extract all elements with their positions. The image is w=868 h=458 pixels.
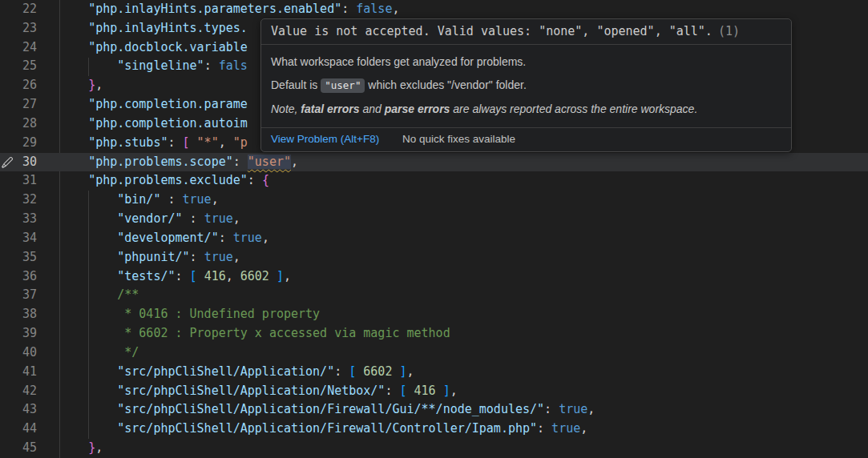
line-number: 23 [0, 19, 37, 38]
problem-count: (1) [718, 24, 740, 38]
code-line-40[interactable]: 40 */ [0, 344, 868, 363]
code-text: "php.inlayHints.types. [59, 19, 248, 38]
code-text: "bin/" : true, [59, 191, 219, 210]
code-line-36[interactable]: 36 "tests/": [ 416, 6602 ], [0, 267, 868, 287]
line-number: 36 [0, 267, 37, 287]
line-number: 40 [0, 344, 37, 363]
problem-message-text: Value is not accepted. Valid values: "no… [271, 24, 713, 38]
code-text: }, [59, 76, 103, 95]
hover-paragraph-2: Default is "user" which excludes "/vendo… [271, 78, 781, 93]
code-line-38[interactable]: 38 * 0416 : Undefined property [0, 305, 868, 324]
line-number: 22 [0, 0, 37, 19]
code-line-22[interactable]: 22 "php.inlayHints.parameters.enabled": … [0, 0, 868, 19]
code-text: */ [59, 344, 139, 363]
code-text: "vendor/" : true, [59, 210, 240, 229]
code-text: /** [59, 286, 139, 305]
line-number: 43 [0, 400, 37, 420]
code-text: "tests/": [ 416, 6602 ], [59, 267, 291, 287]
code-text: "src/phpCliShell/Application/Firewall/Gu… [59, 400, 595, 420]
code-text: "php.completion.autoim [59, 114, 248, 134]
line-number: 39 [0, 324, 37, 344]
line-number: 44 [0, 420, 37, 439]
line-number: 29 [0, 134, 37, 153]
code-text: "phpunit/": true, [59, 248, 240, 267]
code-editor[interactable]: 22 "php.inlayHints.parameters.enabled": … [0, 0, 868, 458]
quick-fix-status: No quick fixes available [402, 133, 515, 145]
code-line-44[interactable]: 44 "src/phpCliShell/Application/Firewall… [0, 420, 868, 439]
code-line-39[interactable]: 39 * 6602 : Property x accessed via magi… [0, 324, 868, 344]
code-line-30[interactable]: 30 "php.problems.scope": "user", [0, 153, 868, 172]
text-segment: Note, [271, 102, 301, 115]
code-text: "src/phpCliShell/Application/Firewall/Co… [59, 420, 587, 439]
code-text: * 6602 : Property x accessed via magic m… [59, 324, 450, 344]
line-number: 28 [0, 114, 37, 134]
line-number: 27 [0, 95, 37, 114]
text-segment: which excludes "/vendor" folder. [365, 78, 526, 91]
code-line-45[interactable]: 45 }, [0, 439, 868, 458]
code-line-35[interactable]: 35 "phpunit/": true, [0, 248, 868, 267]
code-text: "src/phpCliShell/Application/": [ 6602 ]… [59, 363, 414, 382]
hover-widget: Value is not accepted. Valid values: "no… [260, 18, 792, 152]
code-text: "php.docblock.variable [59, 38, 248, 58]
code-text: }, [59, 439, 103, 458]
text-segment: What workspace folders get analyzed for … [271, 55, 526, 68]
code-text: "php.problems.exclude": { [59, 171, 269, 191]
code-text: "singleline": fals [59, 57, 248, 76]
code-line-31[interactable]: 31 "php.problems.exclude": { [0, 171, 868, 191]
code-text: "development/": true, [59, 229, 269, 248]
line-number: 33 [0, 210, 37, 229]
line-number: 41 [0, 363, 37, 382]
code-line-33[interactable]: 33 "vendor/" : true, [0, 210, 868, 229]
line-number: 24 [0, 38, 37, 58]
code-text: "src/phpCliShell/Application/Netbox/": [… [59, 382, 458, 401]
line-number: 32 [0, 191, 37, 210]
text-segment: Default is [271, 78, 321, 91]
line-number: 35 [0, 248, 37, 267]
hover-problem-message: Value is not accepted. Valid values: "no… [261, 19, 791, 45]
code-text: * 0416 : Undefined property [59, 305, 320, 324]
code-text: "php.stubs": [ "*", "p [59, 134, 248, 153]
hover-actions: View Problem (Alt+F8) No quick fixes ava… [261, 127, 791, 151]
line-number: 45 [0, 439, 37, 458]
text-segment: are always reported across the entire wo… [450, 102, 697, 115]
line-number: 31 [0, 171, 37, 191]
code-line-37[interactable]: 37 /** [0, 286, 868, 305]
inline-code-chip: "user" [321, 78, 365, 93]
code-line-34[interactable]: 34 "development/": true, [0, 229, 868, 248]
text-segment: fatal errors [301, 102, 359, 115]
hover-paragraph-1: What workspace folders get analyzed for … [271, 54, 781, 69]
line-number: 30 [0, 153, 37, 172]
code-text: "php.problems.scope": "user", [59, 153, 298, 172]
view-problem-link[interactable]: View Problem (Alt+F8) [271, 133, 379, 145]
line-number: 25 [0, 57, 37, 76]
hover-description: What workspace folders get analyzed for … [261, 45, 791, 127]
code-line-43[interactable]: 43 "src/phpCliShell/Application/Firewall… [0, 400, 868, 420]
line-number: 38 [0, 305, 37, 324]
code-text: "php.completion.parame [59, 95, 248, 114]
line-number: 37 [0, 286, 37, 305]
text-segment: and [360, 102, 385, 115]
code-line-41[interactable]: 41 "src/phpCliShell/Application/": [ 660… [0, 363, 868, 382]
code-line-32[interactable]: 32 "bin/" : true, [0, 191, 868, 210]
code-line-42[interactable]: 42 "src/phpCliShell/Application/Netbox/"… [0, 382, 868, 401]
text-segment: parse errors [385, 102, 450, 115]
line-number: 26 [0, 76, 37, 95]
line-number: 34 [0, 229, 37, 248]
hover-paragraph-3: Note, fatal errors and parse errors are … [271, 102, 781, 116]
line-number: 42 [0, 382, 37, 401]
code-text: "php.inlayHints.parameters.enabled": fal… [59, 0, 399, 19]
